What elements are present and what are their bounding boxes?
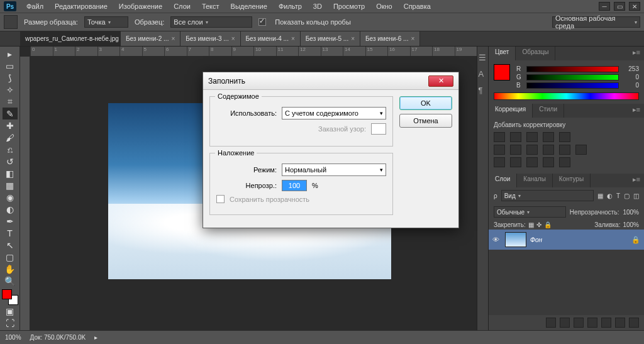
- color-panel-swatch[interactable]: [494, 64, 510, 80]
- menu-file[interactable]: Файл: [21, 1, 48, 11]
- bw-icon[interactable]: [526, 145, 538, 155]
- shape-tool[interactable]: ▢: [3, 251, 18, 263]
- g-slider[interactable]: [526, 74, 619, 80]
- r-value[interactable]: 253: [623, 65, 639, 72]
- filter-image-icon[interactable]: ▦: [597, 192, 603, 199]
- new-group-icon[interactable]: [601, 318, 611, 328]
- marquee-tool[interactable]: ▭: [3, 60, 18, 72]
- heal-tool[interactable]: ✚: [3, 119, 18, 131]
- text-tool[interactable]: T: [3, 227, 18, 239]
- sample-size-dropdown[interactable]: Точка: [84, 16, 128, 28]
- maximize-button[interactable]: ▭: [614, 2, 625, 11]
- brush-tool[interactable]: 🖌: [3, 131, 18, 143]
- hue-bar[interactable]: [494, 92, 639, 100]
- menu-edit[interactable]: Редактирование: [50, 1, 113, 11]
- document-tab[interactable]: Без имени-3 ...×: [180, 31, 240, 46]
- panel-menu-icon[interactable]: ▸≡: [629, 47, 644, 60]
- tab-channels[interactable]: Каналы: [517, 174, 553, 187]
- layer-style-icon[interactable]: [560, 318, 570, 328]
- selective-icon[interactable]: [559, 157, 570, 167]
- close-icon[interactable]: ×: [351, 35, 355, 42]
- invert-icon[interactable]: [494, 157, 505, 167]
- curves-icon[interactable]: [526, 132, 538, 142]
- lock-pixels-icon[interactable]: ▦: [528, 221, 534, 228]
- delete-layer-icon[interactable]: [629, 318, 639, 328]
- photofilter-icon[interactable]: [543, 145, 554, 155]
- b-value[interactable]: 0: [623, 82, 639, 89]
- ok-button[interactable]: OK: [399, 96, 452, 110]
- layer-filter-dropdown[interactable]: Вид: [501, 190, 594, 201]
- new-fill-icon[interactable]: [587, 318, 597, 328]
- menu-select[interactable]: Выделение: [226, 1, 272, 11]
- document-tab[interactable]: Без имени-6 ...×: [360, 31, 420, 46]
- document-tab[interactable]: wpapers_ru_Самолет-в-небе.jpg @ 100% (RG…: [20, 31, 121, 46]
- link-layers-icon[interactable]: [546, 318, 556, 328]
- eraser-tool[interactable]: ◧: [3, 167, 18, 179]
- show-ring-checkbox[interactable]: [258, 18, 266, 26]
- minimize-button[interactable]: ─: [599, 2, 610, 11]
- tab-paths[interactable]: Контуры: [553, 174, 591, 187]
- blur-tool[interactable]: ◉: [3, 191, 18, 203]
- panel-menu-icon[interactable]: ▸≡: [629, 104, 644, 118]
- path-select-tool[interactable]: ↖: [3, 239, 18, 251]
- filter-shape-icon[interactable]: ▢: [624, 192, 630, 199]
- mode-dropdown[interactable]: Нормальный: [282, 164, 386, 176]
- opacity-input[interactable]: [282, 180, 307, 191]
- layer-name[interactable]: Фон: [530, 236, 628, 243]
- move-tool[interactable]: ▸: [3, 48, 18, 60]
- tab-layers[interactable]: Слои: [489, 174, 517, 187]
- blend-mode-dropdown[interactable]: Обычные: [494, 206, 566, 218]
- threshold-icon[interactable]: [526, 157, 538, 167]
- r-slider[interactable]: [526, 66, 619, 72]
- vibrance-icon[interactable]: [559, 132, 570, 142]
- tab-adjustments[interactable]: Коррекция: [489, 104, 533, 118]
- balance-icon[interactable]: [510, 145, 521, 155]
- tab-styles[interactable]: Стили: [533, 104, 564, 118]
- lasso-tool[interactable]: ⟆: [3, 72, 18, 84]
- document-tab[interactable]: Без имени-5 ...×: [301, 31, 360, 46]
- close-icon[interactable]: ×: [411, 35, 414, 42]
- stamp-tool[interactable]: ⎌: [3, 143, 18, 155]
- history-brush-tool[interactable]: ↺: [3, 155, 18, 167]
- close-icon[interactable]: ×: [231, 35, 235, 42]
- b-slider[interactable]: [526, 82, 619, 89]
- exposure-icon[interactable]: [543, 132, 554, 142]
- zoom-tool[interactable]: 🔍: [3, 275, 18, 287]
- filter-adjustment-icon[interactable]: ◐: [607, 192, 613, 199]
- eyedropper-tool[interactable]: ✎: [3, 108, 18, 119]
- dodge-tool[interactable]: ◐: [3, 203, 18, 215]
- brightness-icon[interactable]: [494, 132, 505, 142]
- visibility-icon[interactable]: 👁: [492, 236, 501, 243]
- menu-help[interactable]: Справка: [399, 1, 436, 11]
- layer-item[interactable]: 👁 Фон 🔒: [489, 230, 644, 250]
- color-swatches[interactable]: [2, 289, 18, 305]
- filter-text-icon[interactable]: T: [616, 192, 620, 199]
- menu-filter[interactable]: Фильтр: [274, 1, 307, 11]
- screen-mode-tool[interactable]: ⛶: [3, 317, 18, 329]
- foreground-color-swatch[interactable]: [2, 289, 12, 299]
- document-tab[interactable]: Без имени-4 ...×: [241, 31, 301, 46]
- close-icon[interactable]: ×: [171, 35, 175, 42]
- paragraph-panel-icon[interactable]: ¶: [479, 86, 487, 94]
- menu-view[interactable]: Просмотр: [328, 1, 370, 11]
- new-layer-icon[interactable]: [615, 318, 625, 328]
- g-value[interactable]: 0: [623, 74, 639, 80]
- close-button[interactable]: ✕: [629, 2, 640, 11]
- dialog-close-button[interactable]: ✕: [428, 75, 453, 87]
- dialog-titlebar[interactable]: Заполнить ✕: [203, 72, 458, 90]
- pen-tool[interactable]: ✒: [3, 215, 18, 227]
- lookup-icon[interactable]: [575, 145, 587, 155]
- menu-window[interactable]: Окно: [371, 1, 397, 11]
- quick-mask-tool[interactable]: ▣: [3, 305, 18, 317]
- lock-all-icon[interactable]: 🔒: [544, 221, 552, 228]
- levels-icon[interactable]: [510, 132, 521, 142]
- character-panel-icon[interactable]: A: [479, 69, 487, 78]
- history-panel-icon[interactable]: ☰: [479, 53, 487, 62]
- layer-mask-icon[interactable]: [574, 318, 584, 328]
- menu-3d[interactable]: 3D: [308, 1, 327, 11]
- fill-value[interactable]: 100%: [623, 221, 639, 228]
- posterize-icon[interactable]: [510, 157, 521, 167]
- close-icon[interactable]: ×: [291, 35, 295, 42]
- tab-color[interactable]: Цвет: [489, 47, 516, 60]
- cancel-button[interactable]: Отмена: [399, 114, 452, 128]
